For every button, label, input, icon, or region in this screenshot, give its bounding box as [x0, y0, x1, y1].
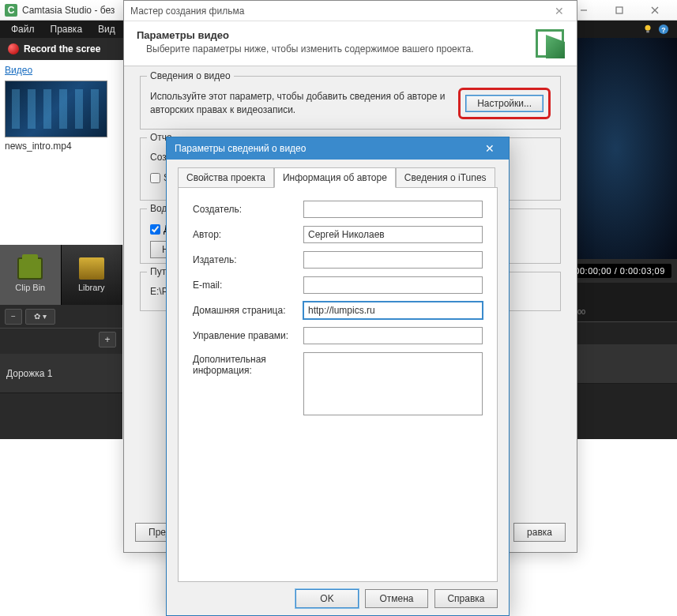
input-email[interactable] — [303, 276, 483, 294]
record-button[interactable]: Record the scree — [0, 43, 108, 54]
info-tabs: Свойства проекта Информация об авторе Св… — [167, 160, 509, 187]
maximize-button[interactable] — [601, 0, 637, 21]
group-video-info: Сведения о видео Используйте этот параме… — [140, 76, 561, 130]
lightbulb-icon[interactable] — [642, 24, 653, 35]
tab-project-properties[interactable]: Свойства проекта — [178, 167, 274, 188]
panel-tabs: Clip Bin Library — [0, 245, 122, 305]
svg-point-4 — [645, 25, 651, 31]
help-button[interactable]: Справка — [434, 589, 498, 608]
input-author[interactable] — [303, 226, 483, 243]
input-rights[interactable] — [303, 327, 483, 344]
menu-edit[interactable]: Правка — [43, 22, 91, 36]
video-section-title[interactable]: Видео — [5, 65, 118, 76]
svg-rect-5 — [646, 31, 649, 33]
track-header[interactable]: Дорожка 1 — [0, 354, 122, 393]
record-icon — [8, 43, 19, 54]
tab-library[interactable]: Library — [62, 245, 123, 305]
settings-button[interactable]: Настройки... — [465, 95, 543, 112]
tab-itunes-info[interactable]: Сведения о iTunes — [396, 167, 495, 188]
group-video-info-text: Используйте этот параметр, чтобы добавит… — [150, 90, 450, 117]
clip-bin-icon — [17, 257, 43, 280]
textarea-extra-info[interactable] — [303, 352, 483, 415]
video-info-dialog: Параметры сведений о видео ✕ Свойства пр… — [166, 137, 510, 616]
ok-button[interactable]: OK — [295, 589, 359, 608]
svg-text:?: ? — [661, 26, 665, 34]
clip-filename: news_intro.mp4 — [5, 141, 118, 152]
wizard-header: Параметры видео Выберите параметры ниже,… — [124, 21, 577, 66]
info-footer: OK Отмена Справка — [167, 582, 509, 615]
menu-view[interactable]: Вид — [90, 22, 123, 36]
info-title: Параметры сведений о видео — [175, 143, 306, 154]
info-panel: Создатель: Автор: Издатель: E-mail: Дома… — [178, 187, 498, 582]
label-extra-info: Дополнительная информация: — [193, 352, 295, 376]
label-author: Автор: — [193, 229, 295, 240]
svg-rect-1 — [616, 7, 622, 13]
label-publisher: Издатель: — [193, 254, 295, 265]
settings-highlight: Настройки... — [458, 88, 551, 119]
info-close-button[interactable]: ✕ — [479, 141, 501, 156]
window-controls — [566, 0, 672, 21]
input-publisher[interactable] — [303, 251, 483, 269]
tab-clip-bin[interactable]: Clip Bin — [0, 245, 62, 305]
menu-file[interactable]: Файл — [3, 22, 43, 36]
add-track-button[interactable]: + — [99, 332, 116, 347]
label-email: E-mail: — [193, 280, 295, 291]
wizard-titlebar[interactable]: Мастер создания фильма ✕ — [124, 1, 577, 21]
info-titlebar[interactable]: Параметры сведений о видео ✕ — [167, 137, 509, 160]
library-icon — [79, 257, 104, 280]
app-logo-icon: C — [5, 4, 17, 17]
label-homepage: Домашняя страница: — [193, 305, 295, 316]
label-rights: Управление правами: — [193, 330, 295, 341]
input-creator[interactable] — [303, 201, 483, 218]
camtasia-logo-icon — [536, 29, 564, 58]
wizard-header-title: Параметры видео — [137, 29, 526, 41]
help-icon[interactable]: ? — [658, 24, 669, 35]
wizard-help-button[interactable]: равка — [513, 523, 566, 542]
wizard-close-button[interactable]: ✕ — [548, 5, 570, 17]
timeline-panel: − ✿ ▾ + Дорожка 1 — [0, 305, 122, 439]
group-video-info-title: Сведения о видео — [147, 70, 234, 81]
tab-author-info[interactable]: Информация об авторе — [274, 167, 396, 188]
cancel-button[interactable]: Отмена — [365, 589, 428, 608]
wizard-title: Мастер создания фильма — [130, 6, 244, 17]
label-creator: Создатель: — [193, 204, 295, 215]
wizard-header-subtitle: Выберите параметры ниже, чтобы изменить … — [137, 43, 526, 54]
timeline-settings-button[interactable]: ✿ ▾ — [25, 309, 55, 325]
main-title: Camtasia Studio - без — [22, 5, 115, 16]
close-button[interactable] — [637, 0, 672, 21]
clip-thumbnail[interactable] — [5, 81, 107, 137]
zoom-out-button[interactable]: − — [5, 309, 22, 325]
record-label: Record the scree — [24, 43, 100, 54]
input-homepage[interactable] — [303, 302, 483, 319]
